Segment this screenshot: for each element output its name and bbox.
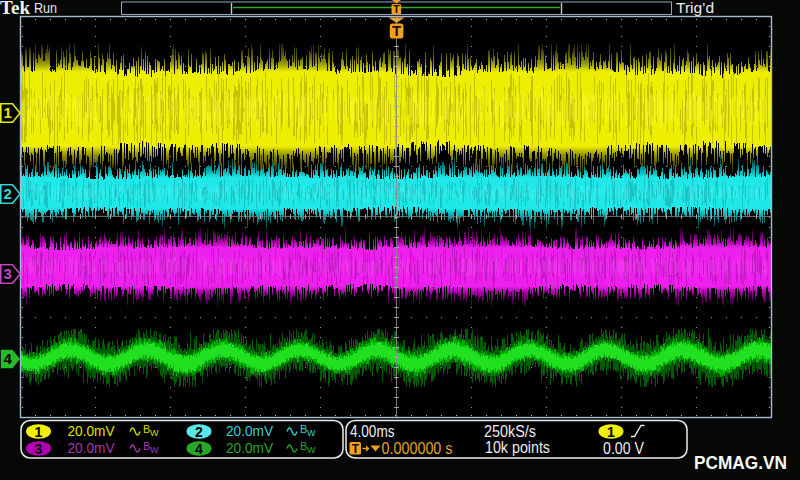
svg-text:PCMAG.VN: PCMAG.VN xyxy=(694,452,787,473)
svg-text:W: W xyxy=(307,445,316,455)
svg-text:W: W xyxy=(150,428,159,438)
svg-text:3: 3 xyxy=(3,265,11,282)
svg-text:3: 3 xyxy=(35,441,43,457)
svg-text:20.0mV: 20.0mV xyxy=(68,422,116,439)
svg-text:20.0mV: 20.0mV xyxy=(226,422,274,439)
svg-text:4: 4 xyxy=(195,441,203,457)
svg-text:4.00ms: 4.00ms xyxy=(350,422,395,440)
svg-text:4: 4 xyxy=(3,350,12,367)
svg-text:10k points: 10k points xyxy=(485,439,550,456)
svg-text:T: T xyxy=(392,22,401,39)
svg-text:20.0mV: 20.0mV xyxy=(226,439,274,456)
svg-text:1: 1 xyxy=(35,424,43,440)
svg-text:0.00 V: 0.00 V xyxy=(603,440,644,457)
svg-text:T: T xyxy=(393,3,400,15)
svg-text:20.0mV: 20.0mV xyxy=(68,439,116,456)
svg-text:Tek: Tek xyxy=(0,0,30,18)
svg-text:250kS/s: 250kS/s xyxy=(484,423,536,440)
svg-text:W: W xyxy=(150,445,159,455)
svg-text:2: 2 xyxy=(3,185,11,202)
svg-text:W: W xyxy=(307,428,316,438)
svg-text:1: 1 xyxy=(607,424,615,440)
svg-text:0.000000 s: 0.000000 s xyxy=(382,440,453,457)
svg-text:Trig’d: Trig’d xyxy=(676,0,714,16)
svg-text:T: T xyxy=(352,442,360,456)
svg-text:2: 2 xyxy=(195,424,203,440)
svg-text:Run: Run xyxy=(34,0,57,16)
svg-text:1: 1 xyxy=(3,104,11,121)
